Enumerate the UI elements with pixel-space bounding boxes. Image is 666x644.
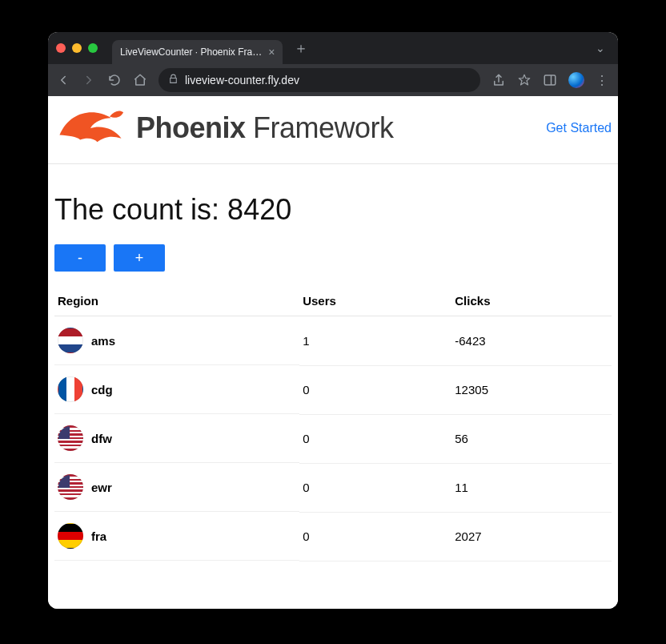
tab-strip: LiveViewCounter · Phoenix Fra… × ＋ ⌄: [48, 32, 618, 64]
window-minimize-button[interactable]: [72, 43, 82, 53]
counter-buttons: - +: [54, 244, 612, 272]
clicks-cell: 11: [451, 463, 612, 512]
users-cell: 0: [299, 463, 451, 512]
lock-icon: [168, 74, 179, 87]
users-cell: 0: [299, 512, 451, 561]
count-value: 8420: [227, 193, 291, 226]
nav-reload-button[interactable]: [107, 73, 122, 87]
window-close-button[interactable]: [56, 43, 66, 53]
region-cell: dfw: [54, 414, 299, 463]
browser-menu-button[interactable]: ⋮: [596, 73, 610, 87]
col-users: Users: [299, 286, 451, 316]
region-cell: cdg: [54, 365, 299, 414]
clicks-cell: 2027: [451, 512, 612, 561]
nav-back-button[interactable]: [56, 73, 70, 87]
flag-icon: [58, 376, 83, 402]
tabs-overflow-button[interactable]: ⌄: [596, 42, 610, 54]
share-icon[interactable]: [491, 73, 506, 87]
region-cell: ams: [54, 316, 299, 365]
svg-rect-0: [544, 75, 556, 85]
table-row: ams1-6423: [54, 316, 612, 366]
flag-icon: [58, 425, 83, 451]
browser-tab[interactable]: LiveViewCounter · Phoenix Fra… ×: [112, 40, 283, 64]
users-cell: 0: [299, 365, 451, 414]
nav-home-button[interactable]: [133, 73, 147, 87]
users-cell: 1: [299, 316, 451, 366]
nav-forward-button[interactable]: [82, 73, 96, 87]
region-cell: fra: [54, 512, 299, 561]
clicks-cell: 56: [451, 414, 612, 463]
col-clicks: Clicks: [451, 286, 612, 316]
flag-icon: [58, 328, 83, 353]
regions-table: Region Users Clicks ams1-6423cdg012305df…: [54, 286, 612, 561]
increment-button[interactable]: +: [114, 244, 165, 272]
bookmark-star-icon[interactable]: [517, 73, 532, 87]
omnibox-url: liveview-counter.fly.dev: [185, 74, 299, 87]
region-code: cdg: [91, 383, 113, 396]
brand-light: Framework: [253, 111, 394, 144]
count-label: The count is:: [54, 193, 227, 226]
phoenix-bird-icon: [54, 104, 126, 152]
flag-icon: [58, 474, 83, 500]
side-panel-icon[interactable]: [543, 73, 557, 87]
region-code: dfw: [91, 432, 112, 445]
region-code: ewr: [91, 481, 112, 494]
browser-window: LiveViewCounter · Phoenix Fra… × ＋ ⌄ liv…: [48, 32, 618, 609]
tab-title: LiveViewCounter · Phoenix Fra…: [120, 46, 262, 58]
clicks-cell: -6423: [451, 316, 612, 366]
table-row: ewr011: [54, 463, 612, 512]
new-tab-button[interactable]: ＋: [294, 38, 308, 58]
window-fullscreen-button[interactable]: [88, 43, 98, 53]
decrement-button[interactable]: -: [54, 244, 106, 272]
page-viewport: Phoenix Framework Get Started The count …: [48, 96, 618, 609]
region-cell: ewr: [54, 463, 299, 512]
address-bar: liveview-counter.fly.dev ⋮: [48, 64, 618, 96]
site-logo: Phoenix Framework: [54, 104, 394, 152]
window-controls: [56, 43, 98, 53]
flag-icon: [58, 523, 83, 549]
profile-avatar[interactable]: [568, 72, 584, 88]
users-cell: 0: [299, 414, 451, 463]
omnibox[interactable]: liveview-counter.fly.dev: [158, 68, 480, 92]
table-row: dfw056: [54, 414, 612, 463]
region-code: fra: [91, 529, 106, 543]
count-heading: The count is: 8420: [54, 193, 612, 227]
table-row: cdg012305: [54, 365, 612, 414]
get-started-link[interactable]: Get Started: [546, 121, 612, 135]
brand-text: Phoenix Framework: [136, 111, 394, 145]
col-region: Region: [54, 286, 299, 316]
table-row: fra02027: [54, 512, 612, 561]
tab-close-icon[interactable]: ×: [268, 46, 275, 58]
region-code: ams: [91, 334, 115, 348]
brand-bold: Phoenix: [136, 111, 246, 144]
clicks-cell: 12305: [451, 365, 612, 414]
site-header: Phoenix Framework Get Started: [48, 96, 618, 164]
main-content: The count is: 8420 - + Region Users Clic…: [48, 164, 618, 561]
